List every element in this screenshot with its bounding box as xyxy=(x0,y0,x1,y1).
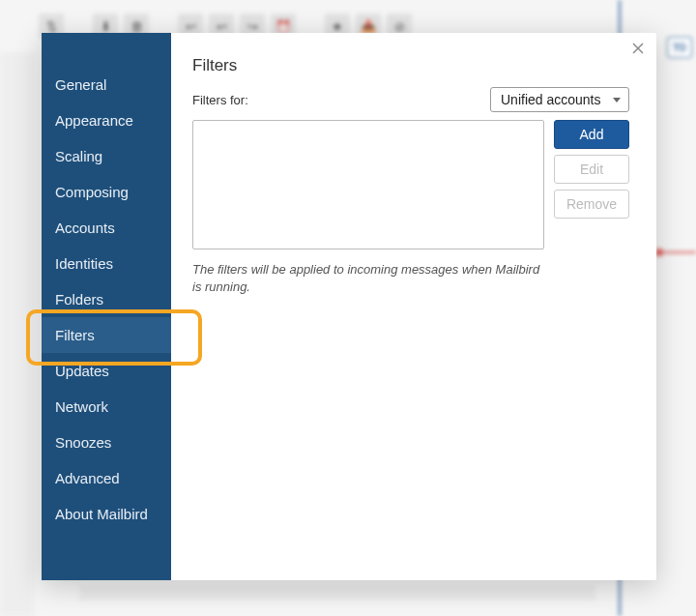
sidebar-item-scaling[interactable]: Scaling xyxy=(42,138,171,174)
settings-content: Filters Filters for: Unified accounts Ad… xyxy=(171,33,656,580)
remove-button: Remove xyxy=(554,190,629,219)
sidebar-item-folders[interactable]: Folders xyxy=(42,281,171,317)
add-button[interactable]: Add xyxy=(554,120,629,149)
filters-actions: Add Edit Remove xyxy=(554,120,629,219)
sidebar-item-accounts[interactable]: Accounts xyxy=(42,210,171,246)
sidebar-item-advanced[interactable]: Advanced xyxy=(42,460,171,496)
filters-for-label: Filters for: xyxy=(192,93,248,107)
sidebar-item-appearance[interactable]: Appearance xyxy=(42,103,171,138)
settings-sidebar: General Appearance Scaling Composing Acc… xyxy=(42,33,171,580)
sidebar-item-general[interactable]: General xyxy=(42,67,171,103)
sidebar-item-about[interactable]: About Mailbird xyxy=(42,496,171,532)
filters-note: The filters will be applied to incoming … xyxy=(192,261,550,295)
edit-button: Edit xyxy=(554,155,629,184)
sidebar-item-network[interactable]: Network xyxy=(42,389,171,425)
account-select[interactable]: Unified accounts xyxy=(490,87,629,112)
sidebar-item-identities[interactable]: Identities xyxy=(42,246,171,281)
sidebar-item-filters[interactable]: Filters xyxy=(42,317,171,353)
close-button[interactable] xyxy=(629,43,647,60)
sidebar-item-composing[interactable]: Composing xyxy=(42,174,171,210)
sidebar-item-snoozes[interactable]: Snoozes xyxy=(42,425,171,460)
page-title: Filters xyxy=(192,56,629,75)
modal-overlay: General Appearance Scaling Composing Acc… xyxy=(0,0,696,616)
sidebar-item-updates[interactable]: Updates xyxy=(42,353,171,389)
account-select-value: Unified accounts xyxy=(501,92,601,107)
settings-modal: General Appearance Scaling Composing Acc… xyxy=(42,33,656,580)
filters-listbox[interactable] xyxy=(192,120,544,249)
close-icon xyxy=(632,43,644,54)
